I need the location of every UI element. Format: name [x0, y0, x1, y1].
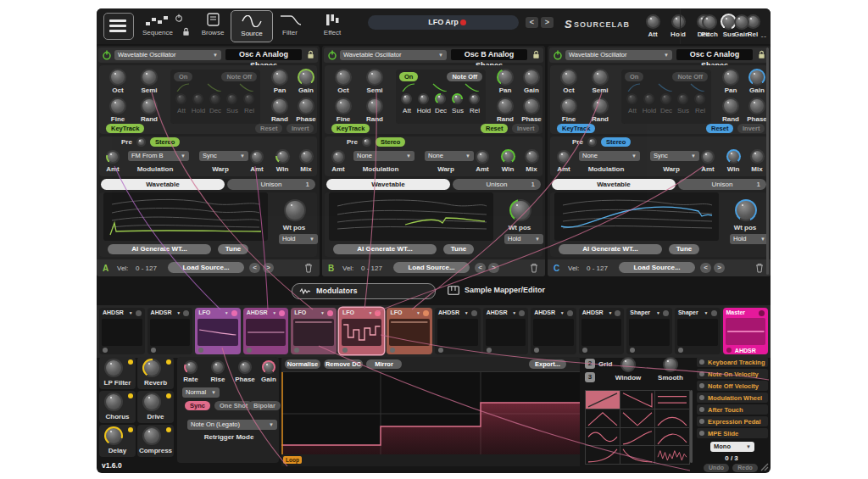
oct-knob[interactable] [560, 69, 577, 86]
modulation-dropdown[interactable]: None▼ [353, 151, 415, 161]
shape-bell[interactable] [655, 428, 689, 446]
lfo-sync-button[interactable]: Sync [185, 401, 210, 410]
mod-slot-ahdsr[interactable]: AHDSR▼ [531, 308, 576, 354]
shape-sine[interactable] [586, 428, 620, 446]
mod-slot-ahdsr[interactable]: AHDSR▼ [483, 308, 529, 354]
wavetable-display[interactable] [329, 192, 493, 241]
osc-type-dropdown[interactable]: Wavetable Oscillator▼ [114, 50, 221, 60]
mod-amt-knob[interactable] [557, 150, 570, 164]
osc-type-dropdown[interactable]: Wavetable Oscillator▼ [565, 50, 672, 60]
retrigger-dropdown[interactable]: Note On (Legato)▼ [187, 420, 277, 430]
remove-dc-button[interactable]: Remove DC [324, 359, 363, 369]
source-modulation-wheel[interactable]: Modulation Wheel [697, 393, 768, 403]
fine-knob[interactable] [335, 97, 352, 114]
win-knob[interactable] [275, 149, 290, 164]
export-button[interactable]: Export... [529, 359, 566, 369]
mix-knob[interactable] [750, 149, 765, 164]
warp-dropdown[interactable]: Sync▼ [199, 151, 248, 161]
tune-button[interactable]: Tune [443, 244, 474, 254]
master-hold-knob[interactable] [671, 14, 686, 29]
wt-pos-knob[interactable] [284, 199, 306, 221]
wavetable-tab[interactable]: Wavetable [326, 179, 450, 190]
global-pitch-knob[interactable] [702, 14, 717, 30]
unison-tab[interactable]: Unison1 [678, 179, 766, 190]
invert-button[interactable]: Invert [287, 124, 314, 133]
source-note-on-velocity[interactable]: Note On Velocity [697, 369, 768, 379]
env-att-knob[interactable] [626, 93, 637, 104]
mod-slot-ahdsr[interactable]: AHDSR▼ [435, 308, 481, 354]
voice-mode-dropdown[interactable]: Mono▼ [710, 442, 754, 452]
source-prev-button[interactable]: < [249, 263, 260, 273]
grid-x-stepper[interactable]: 2 [585, 359, 595, 369]
env-att-knob[interactable] [175, 93, 186, 104]
mod-slot-lfo-selected[interactable]: LFO▼ [339, 308, 385, 354]
source-keyboard-tracking[interactable]: Keyboard Tracking [697, 357, 768, 367]
fx-delay[interactable]: Delay [99, 425, 136, 457]
win-knob[interactable] [501, 149, 515, 164]
wt-hold-dropdown[interactable]: Hold▼ [730, 234, 769, 244]
env-dec-knob[interactable] [209, 93, 220, 104]
unison-tab[interactable]: Unison1 [227, 179, 315, 190]
phase-knob[interactable] [748, 97, 765, 114]
mod-slot-ahdsr[interactable]: AHDSR▼ [579, 308, 625, 354]
sample-mapper-button[interactable]: Sample Mapper/Editor [448, 283, 583, 298]
mod-slot-ahdsr[interactable]: AHDSR▼ [243, 308, 289, 354]
warp-amt-knob[interactable] [701, 150, 715, 164]
tab-source[interactable]: Source [231, 10, 273, 42]
load-source-button[interactable]: Load Source... [619, 262, 695, 273]
keytrack-button[interactable]: KeyTrack [106, 124, 144, 133]
redo-button[interactable]: Redo [732, 464, 758, 472]
mod-slot-lfo[interactable]: LFO▼ [291, 308, 337, 354]
preset-field[interactable]: LFO Arp [368, 15, 519, 30]
fine-knob[interactable] [109, 97, 126, 114]
resize-grip-icon[interactable] [759, 461, 769, 471]
grid-y-stepper[interactable]: 3 [585, 372, 595, 382]
mod-slot-ahdsr[interactable]: AHDSR▼ [99, 308, 145, 354]
power-icon[interactable] [102, 50, 112, 60]
modulation-dropdown[interactable]: None▼ [579, 151, 640, 161]
semi-knob[interactable] [592, 69, 609, 86]
pan-knob[interactable] [271, 69, 288, 86]
reset-button[interactable]: Reset [255, 124, 282, 133]
source-next-button[interactable]: > [714, 263, 725, 273]
reset-button[interactable]: Reset [481, 124, 508, 133]
pan-knob[interactable] [722, 69, 739, 86]
mod-slot-lfo[interactable]: LFO▼ [195, 308, 241, 354]
shape-bump[interactable] [655, 409, 689, 427]
tab-browse[interactable]: Browse [192, 29, 234, 36]
source-next-button[interactable]: > [263, 263, 274, 273]
palette-scrollbar[interactable] [690, 390, 693, 463]
gain-rand-knob[interactable] [497, 97, 514, 114]
wt-pos-knob[interactable] [735, 199, 757, 221]
ai-generate-button[interactable]: AI Generate WT... [108, 244, 211, 254]
lock-icon[interactable] [532, 50, 540, 59]
wt-hold-dropdown[interactable]: Hold▼ [279, 234, 318, 244]
env-on-button[interactable]: On [625, 72, 643, 81]
lfo-mode-dropdown[interactable]: Normal▼ [182, 387, 220, 398]
oct-knob[interactable] [109, 69, 126, 86]
fine-knob[interactable] [560, 97, 577, 114]
lfo-bipolar-button[interactable]: Bipolar [248, 401, 281, 410]
env-hold-knob[interactable] [418, 93, 429, 104]
preset-next-button[interactable]: > [541, 17, 554, 28]
shape-s-curve[interactable] [620, 428, 654, 446]
phase-knob[interactable] [298, 97, 314, 114]
modulators-button[interactable]: Modulators [292, 283, 436, 299]
env-dec-knob[interactable] [660, 93, 671, 104]
unison-tab[interactable]: Unison1 [453, 179, 541, 190]
note-off-button[interactable]: Note Off [221, 72, 257, 81]
hamburger-menu-icon[interactable] [103, 13, 134, 40]
osc-title[interactable]: Osc B Analog Shapes [451, 49, 527, 60]
shape-saw-up[interactable] [586, 391, 620, 409]
window-knob[interactable] [620, 357, 636, 372]
lock-icon[interactable] [758, 50, 765, 59]
mod-slot-shaper[interactable]: Shaper▼ [626, 308, 672, 354]
gain-rand-knob[interactable] [722, 97, 739, 114]
shape-saw-down[interactable] [620, 391, 654, 409]
tune-button[interactable]: Tune [669, 244, 699, 254]
invert-button[interactable]: Invert [512, 124, 539, 133]
global-gain-knob[interactable] [734, 14, 749, 30]
env-dec-knob[interactable] [435, 93, 446, 104]
shape-triangle-inv[interactable] [620, 409, 654, 427]
tab-effect[interactable]: Effect [312, 29, 353, 36]
